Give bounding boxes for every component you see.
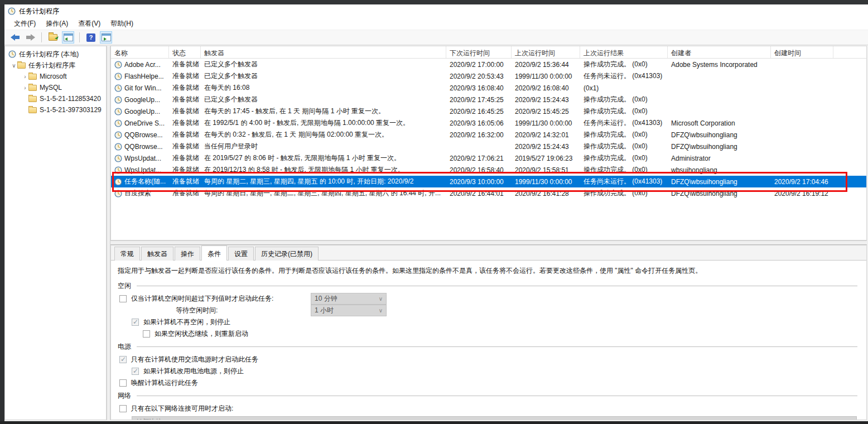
network-condition-checkbox[interactable] (119, 405, 127, 412)
help-button[interactable]: ? (85, 31, 97, 44)
column-header-status[interactable]: 状态 (169, 46, 201, 58)
folder-icon (28, 85, 37, 91)
menu-file[interactable]: 文件(F) (9, 17, 41, 30)
vertical-splitter[interactable] (107, 46, 110, 420)
chevron-right-icon[interactable]: › (22, 74, 28, 80)
stop-if-not-idle-checkbox[interactable] (132, 319, 139, 326)
tree-item-library[interactable]: ∨ 任务计划程序库 (5, 60, 106, 71)
forward-arrow-icon (26, 34, 35, 41)
idle-start-checkbox[interactable] (119, 295, 127, 302)
section-divider (137, 396, 857, 396)
stop-on-battery-checkbox[interactable] (132, 368, 139, 375)
toolbar-separator (41, 32, 42, 42)
task-result: 操作成功完成。 (0x0) (580, 130, 668, 139)
task-status: 准备就绪 (169, 83, 201, 93)
tree-library-label: 任务计划程序库 (26, 61, 75, 70)
tree-item-microsoft[interactable]: › Microsoft (5, 71, 106, 82)
background-screen-bottom (0, 421, 868, 424)
task-status: 准备就绪 (169, 189, 201, 198)
restart-if-idle-checkbox[interactable] (143, 330, 150, 338)
table-row[interactable]: WpsUpdat... 准备就绪 在 2019/12/13 的 8:58 时 -… (111, 164, 866, 176)
task-trigger: 已定义多个触发器 (201, 60, 446, 69)
tab-actions[interactable]: 操作 (175, 247, 200, 261)
power-section-header: 电源 (118, 342, 860, 351)
tree-item-sid-2[interactable]: S-1-5-21-397303129 (5, 104, 106, 115)
task-name: Git for Win... (124, 84, 162, 92)
table-row[interactable]: 百度搜索 准备就绪 每周的 星期日, 星期一, 星期二, 星期三, 星期四, 星… (111, 187, 866, 199)
chevron-down-icon[interactable]: ∨ (11, 62, 17, 69)
task-status: 准备就绪 (169, 71, 201, 81)
task-trigger: 在每天的 16:08 (201, 83, 446, 93)
chevron-down-icon: ∨ (379, 307, 383, 314)
task-status: 准备就绪 (169, 95, 201, 104)
task-next-run: 2020/9/3 16:08:40 (446, 84, 512, 92)
column-header-next-run[interactable]: 下次运行时间 (446, 46, 512, 58)
table-row[interactable]: Git for Win... 准备就绪 在每天的 16:08 2020/9/3 … (111, 82, 866, 94)
task-clock-icon (114, 108, 122, 115)
task-status: 准备就绪 (169, 153, 201, 163)
task-clock-icon (114, 166, 122, 174)
window-action-icon (102, 33, 111, 41)
task-created: 2020/9/2 17:04:46 (771, 178, 833, 186)
open-folder-button[interactable] (47, 31, 59, 44)
task-trigger: 在每天的 17:45 - 触发后, 在 1 天 期间每隔 1 小时 重复一次。 (201, 107, 446, 116)
wake-computer-label: 唤醒计算机运行此任务 (127, 378, 198, 388)
tree-item-sid-1[interactable]: S-1-5-21-112853420 (5, 93, 106, 104)
table-row[interactable]: WpsUpdat... 准备就绪 在 2019/5/27 的 8:06 时 - … (111, 152, 866, 164)
idle-duration-value: 10 分钟 (315, 294, 337, 303)
column-header-result[interactable]: 上次运行结果 (580, 46, 668, 58)
task-clock-icon (114, 155, 122, 162)
table-row[interactable]: GoogleUp... 准备就绪 在每天的 17:45 - 触发后, 在 1 天… (111, 105, 866, 117)
task-created: 2020/9/2 16:19:12 (771, 190, 833, 197)
tab-triggers[interactable]: 触发器 (141, 247, 173, 261)
tab-settings[interactable]: 设置 (228, 247, 254, 261)
column-header-created[interactable]: 创建时间 (771, 46, 833, 58)
tree-item-mysql[interactable]: › MySQL (5, 82, 106, 93)
task-trigger: 在 1992/5/1 的 4:00 时 - 触发后, 无限期地每隔 1.00:0… (201, 118, 446, 128)
wait-idle-value: 1 小时 (315, 306, 334, 315)
tab-conditions[interactable]: 条件 (201, 245, 227, 261)
toggle-action-pane-button[interactable] (100, 31, 112, 44)
back-button[interactable] (9, 31, 21, 44)
help-icon: ? (86, 33, 95, 42)
task-result: 操作成功完成。 (0x0) (580, 153, 668, 163)
table-row[interactable]: OneDrive S... 准备就绪 在 1992/5/1 的 4:00 时 -… (111, 117, 866, 129)
task-result: (0x1) (580, 84, 668, 92)
menu-view[interactable]: 查看(V) (73, 17, 105, 30)
table-row[interactable]: FlashHelpe... 准备就绪 已定义多个触发器 2020/9/2 20:… (111, 70, 866, 82)
network-connection-combobox[interactable]: 任何连接 ∨ (132, 416, 857, 420)
chevron-right-icon[interactable]: › (22, 85, 28, 91)
column-header-last-run[interactable]: 上次运行时间 (512, 46, 580, 58)
task-author: wbsuihongliang (668, 166, 771, 174)
tab-history[interactable]: 历史记录(已禁用) (255, 247, 319, 261)
table-row[interactable]: QQBrowse... 准备就绪 在每天的 0:32 - 触发后, 在 1 天 … (111, 129, 866, 141)
table-row[interactable]: Adobe Acr... 准备就绪 已定义多个触发器 2020/9/2 17:0… (111, 59, 866, 70)
network-section-title: 网络 (118, 391, 131, 401)
task-clock-icon (114, 96, 122, 104)
table-row[interactable]: 任务名称(随... 准备就绪 每周的 星期二, 星期三, 星期四, 星期五 的 … (111, 176, 866, 187)
task-name: OneDrive S... (124, 119, 165, 127)
idle-duration-combobox[interactable]: 10 分钟 ∨ (311, 293, 387, 305)
column-header-trigger[interactable]: 触发器 (201, 46, 446, 58)
column-header-name[interactable]: 名称 (111, 46, 169, 58)
wake-computer-checkbox[interactable] (119, 379, 127, 387)
task-next-run: 2020/9/2 17:06:21 (446, 155, 512, 162)
tree-root-local[interactable]: 任务计划程序 (本地) (5, 49, 106, 60)
table-row[interactable]: QQBrowse... 准备就绪 当任何用户登录时 2020/9/2 15:24… (111, 141, 866, 152)
task-name: 百度搜索 (124, 189, 151, 198)
menu-help[interactable]: 帮助(H) (105, 17, 138, 30)
wait-idle-combobox[interactable]: 1 小时 ∨ (311, 305, 387, 316)
window-tree-icon (64, 33, 73, 41)
column-header-author[interactable]: 创建者 (668, 46, 771, 58)
task-details-pane: 常规 触发器 操作 条件 设置 历史记录(已禁用) 指定用于与触发器一起判断是否… (110, 245, 867, 420)
ac-power-only-checkbox[interactable] (119, 356, 127, 363)
task-next-run: 2020/9/3 10:00:00 (446, 178, 512, 186)
horizontal-splitter[interactable] (110, 240, 867, 245)
tab-general[interactable]: 常规 (114, 247, 140, 261)
toggle-console-tree-button[interactable] (62, 31, 74, 44)
menu-action[interactable]: 操作(A) (41, 17, 73, 30)
task-result: 操作成功完成。 (0x0) (580, 142, 668, 151)
table-row[interactable]: GoogleUp... 准备就绪 已定义多个触发器 2020/9/2 17:45… (111, 94, 866, 105)
forward-button[interactable] (24, 31, 36, 44)
task-last-run: 1999/11/30 0:00:00 (512, 73, 580, 80)
